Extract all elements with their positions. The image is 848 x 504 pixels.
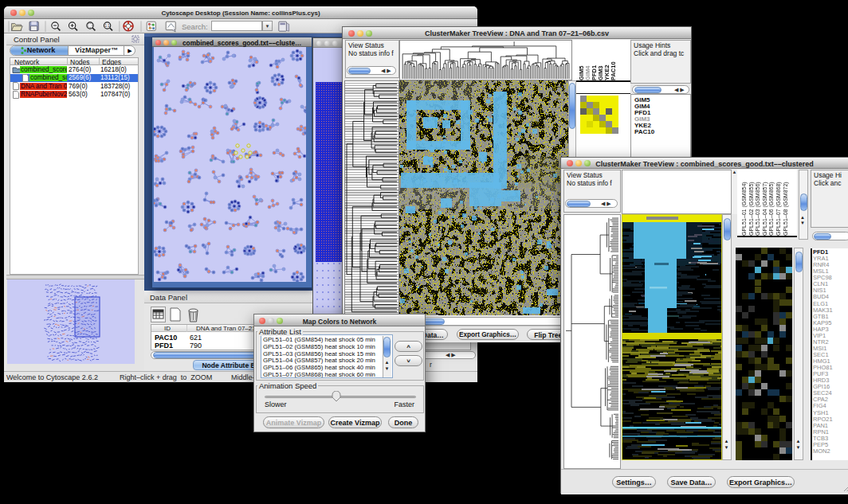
svg-text:1:1: 1:1 — [104, 24, 110, 28]
